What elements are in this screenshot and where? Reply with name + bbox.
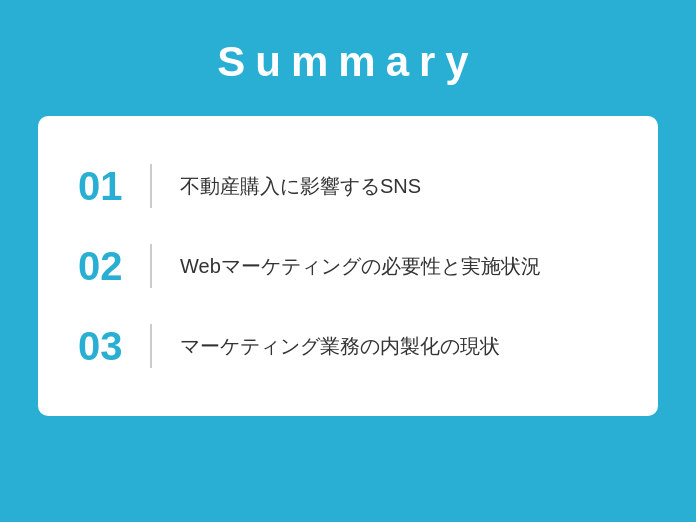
item-text-3: マーケティング業務の内製化の現状 (180, 332, 500, 360)
list-item: 01 不動産購入に影響するSNS (78, 146, 618, 226)
summary-card: 01 不動産購入に影響するSNS 02 Webマーケティングの必要性と実施状況 … (38, 116, 658, 416)
item-divider-3 (150, 324, 152, 368)
item-divider-1 (150, 164, 152, 208)
item-text-1: 不動産購入に影響するSNS (180, 172, 421, 200)
item-number-3: 03 (78, 326, 150, 366)
item-divider-2 (150, 244, 152, 288)
item-number-2: 02 (78, 246, 150, 286)
item-number-1: 01 (78, 166, 150, 206)
list-item: 02 Webマーケティングの必要性と実施状況 (78, 226, 618, 306)
item-text-2: Webマーケティングの必要性と実施状況 (180, 252, 541, 280)
list-item: 03 マーケティング業務の内製化の現状 (78, 306, 618, 386)
page-title: Summary (217, 38, 478, 86)
